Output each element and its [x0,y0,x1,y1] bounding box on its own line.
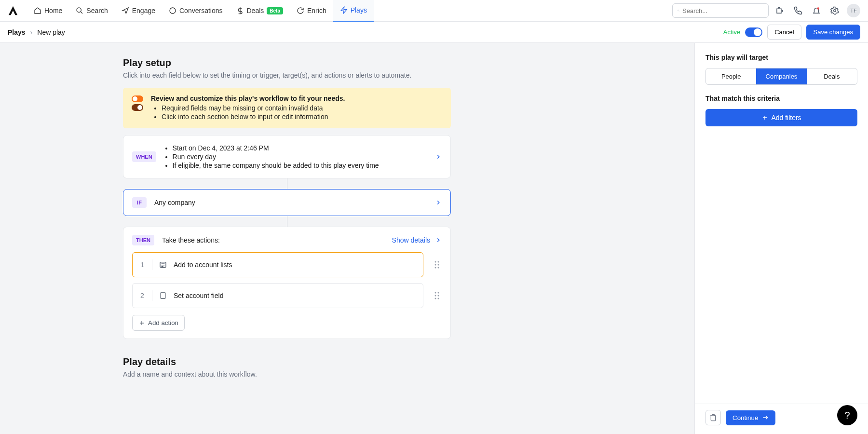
details-description: Add a name and context about this workfl… [123,370,451,378]
help-button[interactable]: ? [837,405,857,425]
plus-icon [138,320,145,326]
warning-banner: Review and customize this play's workflo… [123,88,451,128]
search-icon [76,7,83,14]
segment-deals[interactable]: Deals [807,68,857,84]
when-list: Start on Dec 4, 2023 at 2:46 PM Run ever… [173,143,379,170]
building-icon [159,292,167,299]
continue-label: Continue [732,414,758,421]
delete-button[interactable] [705,410,721,425]
svg-point-5 [678,10,679,11]
action-number: 2 [140,292,145,299]
settings-button[interactable] [827,3,842,18]
then-header[interactable]: THEN Take these actions: Show details [132,235,442,245]
drag-handle[interactable] [432,260,442,269]
svg-rect-19 [161,293,165,298]
connector-line [287,216,287,227]
when-line: Run every day [173,153,379,161]
then-tag: THEN [132,235,154,245]
arrow-right-icon [762,414,769,421]
content: Play setup Click into each field below t… [0,43,868,434]
list-icon [159,261,167,269]
send-icon [122,7,129,14]
svg-point-28 [435,295,436,297]
search-input[interactable] [682,7,763,14]
warning-list: Required fields may be missing or contai… [162,104,345,121]
when-card[interactable]: WHEN Start on Dec 4, 2023 at 2:46 PM Run… [123,135,451,178]
nav-enrich[interactable]: Enrich [290,0,333,22]
nav-search[interactable]: Search [69,0,114,22]
segment-companies[interactable]: Companies [756,68,806,84]
svg-marker-4 [341,7,347,13]
svg-point-27 [438,292,439,294]
if-text: Any company [154,199,195,206]
cancel-button[interactable]: Cancel [767,25,801,40]
action-label: Set account field [174,292,224,299]
warning-item: Required fields may be missing or contai… [162,104,345,112]
nav-plays[interactable]: Plays [333,0,374,22]
add-action-button[interactable]: Add action [132,315,185,331]
add-filters-label: Add filters [771,114,801,122]
segment-people[interactable]: People [706,68,756,84]
when-line: If eligible, the same company should be … [173,162,379,169]
drag-handle[interactable] [432,291,442,300]
svg-point-13 [435,261,436,263]
breadcrumb-current: New play [37,28,65,36]
app-logo[interactable] [8,5,18,16]
if-tag: IF [132,197,147,208]
chevron-right-icon [435,199,442,206]
action-row: 1 Add to account lists [132,252,442,277]
phone-icon [794,6,802,15]
setup-description: Click into each field below to set the t… [123,71,451,79]
svg-point-17 [435,267,436,269]
action-item[interactable]: 2 Set account field [132,283,423,308]
chat-icon [169,7,176,14]
if-card[interactable]: IF Any company [123,189,451,216]
then-card: THEN Take these actions: Show details 1 [123,227,451,339]
header-actions: Active Cancel Save changes [723,25,860,40]
when-line: Start on Dec 4, 2023 at 2:46 PM [173,144,379,152]
show-details-label: Show details [392,236,430,244]
continue-button[interactable]: Continue [726,410,775,425]
beta-badge: Beta [267,7,283,14]
global-search[interactable] [672,3,769,18]
drag-icon [434,260,440,269]
right-panel: This play will target People Companies D… [694,43,868,434]
nav-deals[interactable]: Deals Beta [230,0,290,22]
phone-button[interactable] [791,3,805,18]
details-title: Play details [123,356,451,367]
action-item[interactable]: 1 Add to account lists [132,252,423,277]
bell-icon [812,6,821,15]
notifications-button[interactable] [809,3,824,18]
show-details-link[interactable]: Show details [392,236,442,244]
toggle-icon [132,95,143,102]
divider [152,290,152,301]
nav-engage[interactable]: Engage [115,0,162,22]
breadcrumb-root[interactable]: Plays [8,28,26,36]
svg-point-15 [435,264,436,266]
nav-items: Home Search Engage Conversations Deals B… [27,0,374,22]
active-toggle[interactable] [745,27,762,37]
nav-conversations[interactable]: Conversations [162,0,230,22]
save-button[interactable]: Save changes [806,25,860,40]
search-icon [678,7,679,14]
nav-label: Home [44,7,62,14]
sub-header: Plays › New play Active Cancel Save chan… [0,22,868,43]
dollar-icon [236,7,244,14]
nav-label: Enrich [307,7,326,14]
drag-icon [434,291,440,300]
plus-icon [761,114,768,121]
action-list: 1 Add to account lists [132,252,442,308]
target-title: This play will target [705,54,857,61]
chevron-right-icon [435,153,442,160]
extension-button[interactable] [773,3,787,18]
when-tag: WHEN [132,151,156,162]
add-filters-button[interactable]: Add filters [705,109,857,126]
svg-point-2 [170,8,176,14]
nav-label: Engage [132,7,155,14]
chevron-right-icon: › [30,28,33,36]
nav-home[interactable]: Home [27,0,69,22]
user-avatar[interactable]: TF [847,4,860,17]
svg-point-7 [817,7,820,10]
nav-label: Deals [247,7,264,14]
svg-point-8 [834,10,836,12]
